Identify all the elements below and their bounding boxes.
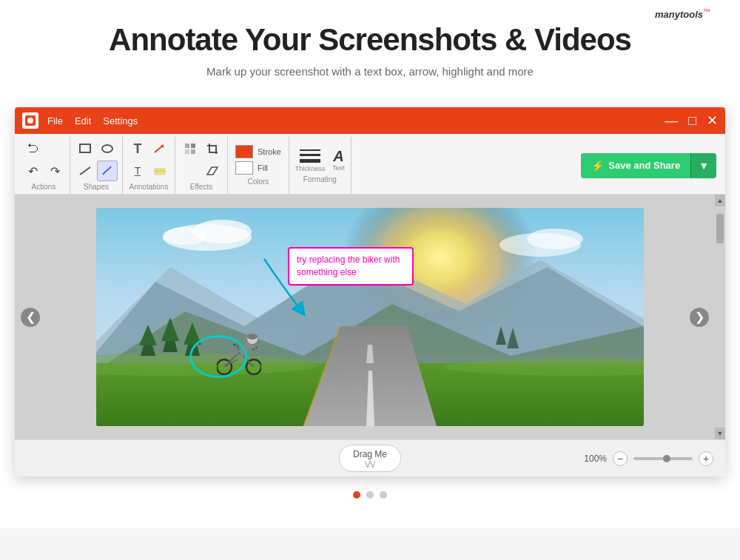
dot-2[interactable] [380, 491, 387, 499]
scroll-thumb[interactable] [716, 214, 724, 243]
brand-logo: manytools™ [655, 7, 710, 20]
text-label: Text [332, 164, 345, 172]
mosaic-tool[interactable] [180, 138, 201, 159]
save-dropdown-button[interactable]: ▼ [690, 153, 716, 178]
svg-rect-12 [191, 149, 195, 154]
stroke-label: Stroke [258, 147, 281, 156]
fill-color-swatch[interactable] [235, 161, 253, 175]
stroke-color-swatch[interactable] [235, 145, 253, 158]
page-header: Annotate Your Screenshots & Videos Mark … [0, 0, 740, 92]
thickness-label: Thickness [295, 165, 326, 172]
actions-label: Actions [32, 183, 56, 191]
page-subtitle: Mark up your screenshot with a text box,… [15, 65, 725, 78]
scene-svg [96, 208, 644, 426]
formatting-group: Thickness A Text Formating [289, 137, 352, 194]
brand-trademark: ™ [703, 7, 710, 16]
svg-point-3 [102, 145, 112, 152]
close-button[interactable]: ✕ [707, 114, 718, 127]
eraser-tool[interactable] [202, 161, 223, 181]
effects-label: Effects [190, 183, 212, 191]
bottom-bar: Drag Me ⋁⋁ 100% − + [15, 439, 725, 476]
svg-rect-2 [80, 144, 90, 152]
shapes-label: Shapes [84, 183, 109, 191]
text-style-tool[interactable]: T [127, 161, 148, 181]
brand-name: manytools [655, 9, 703, 20]
fill-label: Fill [258, 163, 268, 172]
svg-point-1 [27, 118, 33, 124]
svg-point-36 [163, 227, 207, 245]
maximize-button[interactable]: □ [688, 114, 696, 127]
callout-text: try replacing the biker with something e… [297, 254, 400, 277]
thickness-control[interactable]: Thickness [295, 148, 326, 172]
annotation-oval [189, 335, 247, 378]
zoom-level: 100% [584, 453, 607, 464]
svg-rect-7 [155, 169, 165, 175]
undo-tool[interactable]: ↶ [22, 161, 43, 181]
app-window: File Edit Settings — □ ✕ ⮌ ↶ ↷ [15, 107, 725, 476]
dot-0[interactable] [353, 491, 360, 499]
annotations-label: Annotations [130, 183, 169, 191]
zoom-out-button[interactable]: − [613, 451, 628, 466]
text-format-control[interactable]: A Text [332, 149, 345, 172]
drag-me-label: Drag Me [353, 449, 387, 459]
save-share-label: Save and Share [608, 160, 680, 171]
app-icon [22, 112, 38, 129]
scroll-down-arrow[interactable]: ▼ [715, 428, 725, 439]
svg-marker-13 [207, 167, 218, 175]
menu-edit[interactable]: Edit [75, 115, 91, 126]
annotation-callout: try replacing the biker with something e… [288, 247, 414, 286]
effects-group: Effects [175, 137, 228, 194]
svg-rect-11 [185, 149, 189, 154]
drag-me-button[interactable]: Drag Me ⋁⋁ [339, 445, 401, 472]
shapes-group: Shapes [70, 137, 123, 194]
annotations-group: T T Annotations [123, 137, 175, 194]
scroll-up-arrow[interactable]: ▲ [715, 195, 725, 206]
line-tool[interactable] [75, 161, 95, 181]
svg-point-38 [527, 229, 583, 249]
dot-indicators [0, 491, 740, 499]
minimize-button[interactable]: — [665, 114, 678, 127]
rect-tool[interactable] [75, 138, 95, 159]
save-button-area: ⚡ Save and Share ▼ [575, 137, 722, 194]
highlight-tool[interactable] [149, 161, 170, 181]
colors-group: Stroke Fill Colors [228, 137, 289, 194]
save-share-button[interactable]: ⚡ Save and Share [581, 153, 690, 178]
window-controls: — □ ✕ [665, 114, 718, 127]
zoom-slider-thumb[interactable] [663, 455, 670, 462]
zoom-in-button[interactable]: + [699, 451, 713, 466]
pen-tool[interactable] [97, 161, 118, 181]
zoom-controls: 100% − + [401, 451, 713, 466]
image-container: try replacing the biker with something e… [96, 208, 644, 426]
menu-file[interactable]: File [47, 115, 63, 126]
canvas-area: ❮ ❯ ▲ ▼ [15, 195, 725, 439]
drag-icon: ⋁⋁ [365, 460, 375, 468]
arrow-tool[interactable] [149, 138, 170, 159]
formatting-label: Formating [303, 175, 337, 183]
svg-rect-9 [185, 144, 189, 148]
app-icon-svg [24, 115, 36, 126]
redo-tool[interactable]: ↷ [44, 161, 65, 181]
page-title: Annotate Your Screenshots & Videos [15, 22, 725, 58]
colors-label: Colors [235, 178, 281, 186]
ellipse-tool[interactable] [97, 138, 118, 159]
crop-tool[interactable] [202, 138, 223, 159]
cursor-tool[interactable]: ⮌ [22, 138, 43, 159]
canvas-scrollbar[interactable]: ▲ ▼ [715, 195, 725, 439]
dot-1[interactable] [366, 491, 374, 499]
zoom-slider-track[interactable] [633, 457, 693, 460]
canvas-nav-right[interactable]: ❯ [690, 308, 709, 327]
title-bar: File Edit Settings — □ ✕ [15, 107, 725, 134]
svg-line-4 [80, 167, 90, 175]
menu-bar: File Edit Settings [47, 115, 138, 126]
canvas-nav-left[interactable]: ❮ [21, 308, 40, 327]
actions-group: ⮌ ↶ ↷ Actions [18, 137, 70, 194]
toolbar: ⮌ ↶ ↷ Actions [15, 134, 725, 195]
menu-settings[interactable]: Settings [103, 115, 138, 126]
svg-rect-10 [191, 144, 195, 148]
text-annotation-tool[interactable]: T [127, 138, 148, 159]
